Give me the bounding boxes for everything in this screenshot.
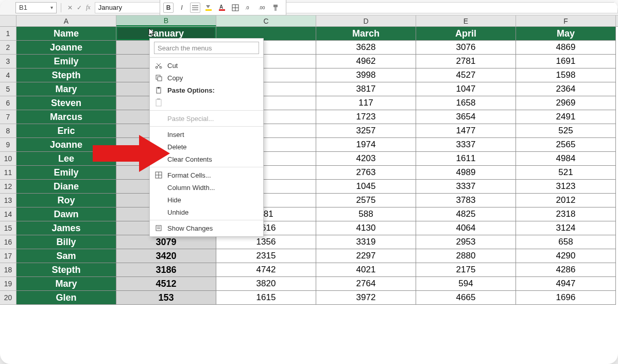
font-color-icon[interactable]: A [217,3,227,13]
data-cell[interactable]: 1696 [516,291,616,305]
data-cell[interactable]: 1611 [416,152,516,166]
row-head[interactable]: 6 [0,96,16,110]
bold-button[interactable]: B [163,3,174,13]
row-head[interactable]: 4 [0,68,16,82]
row-head[interactable]: 7 [0,110,16,124]
align-icon[interactable] [190,3,200,13]
col-head-f[interactable]: F [516,15,616,26]
data-cell[interactable]: 117 [316,96,416,110]
name-cell[interactable]: Stepth [16,263,116,277]
col-head-b[interactable]: B [116,15,216,26]
data-cell[interactable]: 3257 [316,124,416,138]
data-cell[interactable]: 3654 [416,110,516,124]
data-cell[interactable]: 4962 [316,55,416,68]
grid[interactable]: 1NameJanuaryMarchAprilMay2Joanne89636283… [0,27,618,305]
data-cell[interactable]: 525 [516,124,616,138]
data-cell[interactable]: 3420 [116,249,216,263]
data-cell[interactable]: 2318 [516,207,616,221]
borders-icon[interactable] [230,3,241,13]
col-head-a[interactable]: A [16,15,116,26]
menu-unhide[interactable]: Unhide [150,206,263,218]
row-head[interactable]: 14 [0,207,16,221]
data-cell[interactable]: 2781 [416,55,516,68]
row-head[interactable]: 2 [0,41,16,55]
name-cell[interactable]: Eric [16,124,116,138]
data-cell[interactable]: 3817 [316,82,416,96]
row-head[interactable]: 10 [0,152,16,166]
row-head[interactable]: 9 [0,138,16,152]
fill-color-icon[interactable] [203,3,214,13]
format-painter-icon[interactable] [270,3,281,13]
data-cell[interactable]: 2491 [516,110,616,124]
confirm-icon[interactable]: ✓ [75,4,84,11]
data-cell[interactable]: 2764 [316,277,416,291]
menu-delete[interactable]: Delete [150,141,263,153]
name-cell[interactable]: Dawn [16,207,116,221]
data-cell[interactable]: 4512 [116,277,216,291]
col-head-d[interactable]: D [316,15,416,26]
data-cell[interactable]: 4742 [216,263,316,277]
data-cell[interactable]: 1974 [316,138,416,152]
data-cell[interactable]: 3783 [416,194,516,207]
name-cell[interactable]: Diane [16,180,116,194]
menu-cut[interactable]: Cut [150,59,263,72]
row-head[interactable]: 19 [0,277,16,291]
header-cell[interactable]: April [416,27,516,41]
data-cell[interactable]: 594 [416,277,516,291]
row-head[interactable]: 18 [0,263,16,277]
data-cell[interactable]: 3337 [416,180,516,194]
menu-clear-contents[interactable]: Clear Contents [150,153,263,165]
name-cell[interactable]: Joanne [16,41,116,55]
data-cell[interactable]: 1615 [216,291,316,305]
decimal-decrease-icon[interactable]: .0 [244,3,254,13]
row-head[interactable]: 16 [0,235,16,249]
menu-show-changes[interactable]: Show Changes [150,222,263,234]
name-cell[interactable]: Mary [16,82,116,96]
data-cell[interactable]: 3628 [316,41,416,55]
data-cell[interactable]: 3820 [216,277,316,291]
data-cell[interactable]: 3123 [516,180,616,194]
data-cell[interactable]: 4064 [416,221,516,235]
row-head[interactable]: 15 [0,221,16,235]
cancel-icon[interactable]: ✕ [65,4,75,11]
data-cell[interactable]: 521 [516,166,616,180]
data-cell[interactable]: 3124 [516,221,616,235]
name-cell[interactable]: Roy [16,194,116,207]
menu-format-cells[interactable]: Format Cells... [150,169,263,181]
menu-copy[interactable]: Copy [150,72,263,84]
row-head[interactable]: 12 [0,180,16,194]
data-cell[interactable]: 3337 [416,138,516,152]
data-cell[interactable]: 1047 [416,82,516,96]
data-cell[interactable]: 1723 [316,110,416,124]
data-cell[interactable]: 4984 [516,152,616,166]
data-cell[interactable]: 3998 [316,68,416,82]
data-cell[interactable]: 3186 [116,263,216,277]
data-cell[interactable]: 588 [316,207,416,221]
data-cell[interactable]: 2565 [516,138,616,152]
data-cell[interactable]: 1477 [416,124,516,138]
data-cell[interactable]: 4665 [416,291,516,305]
data-cell[interactable]: 2575 [316,194,416,207]
data-cell[interactable]: 4527 [416,68,516,82]
name-cell[interactable]: Emily [16,166,116,180]
row-head[interactable]: 3 [0,55,16,68]
header-cell[interactable]: May [516,27,616,41]
data-cell[interactable]: 4947 [516,277,616,291]
data-cell[interactable]: 3079 [116,235,216,249]
name-cell[interactable]: Stepth [16,68,116,82]
data-cell[interactable]: 3076 [416,41,516,55]
menu-column-width[interactable]: Column Width... [150,181,263,194]
row-head[interactable]: 20 [0,291,16,305]
fx-icon[interactable]: fx [84,4,93,11]
data-cell[interactable]: 2763 [316,166,416,180]
menu-search-input[interactable]: Search the menus [154,42,259,54]
data-cell[interactable]: 2969 [516,96,616,110]
data-cell[interactable]: 4869 [516,41,616,55]
row-head[interactable]: 11 [0,166,16,180]
col-head-e[interactable]: E [416,15,516,26]
data-cell[interactable]: 2175 [416,263,516,277]
italic-button[interactable]: I [177,3,187,13]
data-cell[interactable]: 2297 [316,249,416,263]
menu-paste-clipboard[interactable] [150,96,263,109]
data-cell[interactable]: 4825 [416,207,516,221]
